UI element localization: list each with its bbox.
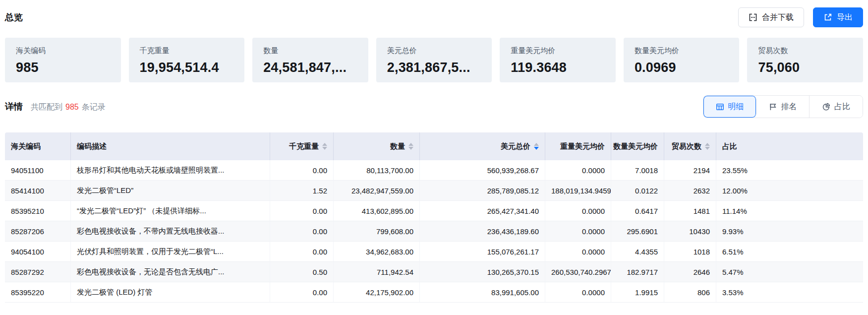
top-bar: 总览 合并下载 xyxy=(5,0,863,28)
cell-customs-code: 85395220 xyxy=(5,282,71,303)
cell-customs-code: 85414100 xyxy=(5,181,71,201)
cell-usd-per-kg: 0.0000 xyxy=(545,282,611,303)
cell-trade-count: 2646 xyxy=(664,262,716,282)
page: 总览 合并下载 xyxy=(0,0,868,303)
cell-kg-weight: 0.00 xyxy=(270,221,334,242)
sort-icon-desc-active xyxy=(534,143,539,150)
column-header-trade-count[interactable]: 贸易次数 xyxy=(664,132,716,160)
cell-share: 9.93% xyxy=(716,221,863,242)
cell-usd-total: 265,427,341.40 xyxy=(420,201,545,221)
merge-download-button[interactable]: 合并下载 xyxy=(738,7,804,27)
details-table: 海关编码 编码描述 千克重量 数量 美元总价 重量美元均价 数量美元均价 贸易次… xyxy=(5,132,863,303)
cell-usd-per-qty: 4.4355 xyxy=(611,242,664,262)
cell-usd-per-kg: 0.0000 xyxy=(545,160,611,181)
card-value: 985 xyxy=(16,60,110,75)
match-summary: 共匹配到985条记录 xyxy=(31,102,106,113)
cell-usd-total: 83,991,605.00 xyxy=(420,282,545,303)
sort-icon xyxy=(705,143,710,150)
card-value: 19,954,514.4 xyxy=(140,60,234,75)
cell-customs-code: 85395210 xyxy=(5,201,71,221)
summary-card-trade-count: 贸易次数 75,060 xyxy=(747,38,863,82)
ranking-icon xyxy=(769,103,777,111)
match-suffix: 条记录 xyxy=(82,103,106,111)
cell-usd-total: 130,265,370.15 xyxy=(420,262,545,282)
match-count: 985 xyxy=(65,103,79,111)
cell-usd-total: 285,789,085.12 xyxy=(420,181,545,201)
cell-trade-count: 2194 xyxy=(664,160,716,181)
cell-usd-per-qty: 7.0018 xyxy=(611,160,664,181)
column-header-code-description: 编码描述 xyxy=(71,132,270,160)
summary-card-customs-code: 海关编码 985 xyxy=(5,38,121,82)
cell-share: 23.55% xyxy=(716,160,863,181)
column-header-share: 占比 xyxy=(716,132,863,160)
cell-trade-count: 1018 xyxy=(664,242,716,262)
card-label: 千克重量 xyxy=(140,46,234,56)
cell-kg-weight: 1.52 xyxy=(270,181,334,201)
cell-quantity: 799,608.00 xyxy=(334,221,420,242)
tab-label: 明细 xyxy=(728,102,744,112)
pie-icon xyxy=(822,103,830,111)
export-button[interactable]: 导出 xyxy=(813,7,863,27)
summary-card-quantity: 数量 24,581,847,... xyxy=(252,38,368,82)
details-title: 详情 xyxy=(5,101,23,113)
cell-share: 11.14% xyxy=(716,201,863,221)
cell-usd-per-kg: 0.0000 xyxy=(545,201,611,221)
cell-usd-per-qty: 182.9717 xyxy=(611,262,664,282)
cell-quantity: 23,482,947,559.00 xyxy=(334,181,420,201)
cell-description: 光伏灯具和照明装置，仅用于发光二极管“L... xyxy=(71,242,270,262)
cell-customs-code: 85287206 xyxy=(5,221,71,242)
view-tabs: 明细 排名 占比 xyxy=(703,95,863,118)
card-value: 2,381,867,5... xyxy=(387,60,481,75)
table-header: 海关编码 编码描述 千克重量 数量 美元总价 重量美元均价 数量美元均价 贸易次… xyxy=(5,132,863,160)
card-label: 美元总价 xyxy=(387,46,481,56)
summary-card-usd-per-qty: 数量美元均价 0.0969 xyxy=(624,38,740,82)
tab-detail[interactable]: 明细 xyxy=(703,96,756,118)
tab-label: 排名 xyxy=(781,102,797,112)
cell-trade-count: 10430 xyxy=(664,221,716,242)
card-value: 24,581,847,... xyxy=(263,60,357,75)
export-icon xyxy=(823,13,832,22)
cell-usd-total: 155,076,261.17 xyxy=(420,242,545,262)
cell-customs-code: 85287292 xyxy=(5,262,71,282)
card-label: 贸易次数 xyxy=(758,46,852,56)
cell-kg-weight: 0.00 xyxy=(270,201,334,221)
table-row: 85395220发光二极管 (LED) 灯管0.0042,175,902.008… xyxy=(5,282,863,303)
tab-label: 占比 xyxy=(834,102,850,112)
summary-card-usd-total: 美元总价 2,381,867,5... xyxy=(376,38,492,82)
details-section-header: 详情 共匹配到985条记录 明细 xyxy=(5,95,863,118)
tab-ranking[interactable]: 排名 xyxy=(756,96,810,118)
merge-cells-icon xyxy=(749,13,757,22)
cell-usd-per-qty: 0.0122 xyxy=(611,181,664,201)
column-header-usd-total[interactable]: 美元总价 xyxy=(420,132,545,160)
cell-usd-total: 560,939,268.67 xyxy=(420,160,545,181)
page-title: 总览 xyxy=(5,11,23,23)
column-header-customs-code: 海关编码 xyxy=(5,132,71,160)
table-row: 85395210“发光二极管“LED”灯” （未提供详细标...0.00413,… xyxy=(5,201,863,221)
cell-customs-code: 94051100 xyxy=(5,160,71,181)
cell-kg-weight: 0.00 xyxy=(270,282,334,303)
merge-download-label: 合并下载 xyxy=(762,13,794,21)
match-prefix: 共匹配到 xyxy=(31,103,62,111)
cell-usd-per-qty: 0.6417 xyxy=(611,201,664,221)
card-value: 119.3648 xyxy=(511,60,605,75)
sort-icon xyxy=(322,143,327,150)
cell-share: 6.51% xyxy=(716,242,863,262)
column-header-quantity[interactable]: 数量 xyxy=(334,132,420,160)
cell-description: 彩色电视接收设备，无论是否包含无线电广... xyxy=(71,262,270,282)
cell-share: 12.00% xyxy=(716,181,863,201)
tab-share[interactable]: 占比 xyxy=(810,96,863,118)
cell-quantity: 711,942.54 xyxy=(334,262,420,282)
cell-description: 彩色电视接收设备，不带内置无线电接收器... xyxy=(71,221,270,242)
summary-card-usd-per-kg: 重量美元均价 119.3648 xyxy=(500,38,616,82)
cell-share: 5.47% xyxy=(716,262,863,282)
cell-kg-weight: 0.00 xyxy=(270,160,334,181)
topbar-actions: 合并下载 导出 xyxy=(738,7,863,27)
cell-quantity: 80,113,700.00 xyxy=(334,160,420,181)
cell-usd-per-kg: 260,530,740.2967 xyxy=(545,262,611,282)
cell-usd-per-qty: 295.6901 xyxy=(611,221,664,242)
column-header-kg-weight[interactable]: 千克重量 xyxy=(270,132,334,160)
cell-description: 枝形吊灯和其他电动天花板或墙壁照明装置... xyxy=(71,160,270,181)
column-header-usd-per-qty: 数量美元均价 xyxy=(611,132,664,160)
details-left: 详情 共匹配到985条记录 xyxy=(5,101,106,113)
cell-kg-weight: 0.50 xyxy=(270,262,334,282)
